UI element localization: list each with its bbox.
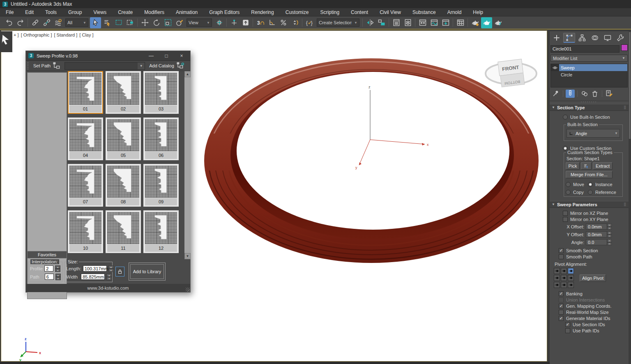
schematic-view-icon[interactable]	[440, 17, 451, 28]
profile-thumbnail-11[interactable]: 11	[106, 210, 141, 253]
sweep-parameters-rollout-header[interactable]: ▼ Sweep Parameters ⣿	[550, 201, 629, 208]
pivot-cell-0[interactable]	[554, 268, 560, 274]
bind-to-space-warp-icon[interactable]	[53, 17, 64, 28]
smooth-path-checkbox[interactable]	[559, 254, 564, 259]
render-production-icon[interactable]	[493, 17, 504, 28]
window-crossing-toggle-icon[interactable]	[124, 17, 136, 28]
mirror-xz-checkbox[interactable]	[563, 211, 568, 216]
generate-material-ids-checkbox[interactable]: ✓	[559, 316, 564, 321]
move-radio[interactable]	[566, 182, 571, 187]
create-tab[interactable]	[550, 33, 562, 43]
chevron-down-icon[interactable]: ▼	[207, 21, 210, 25]
menu-edit[interactable]: Edit	[19, 9, 39, 16]
merge-from-file-button[interactable]: Merge From File...	[566, 171, 613, 178]
object-color-swatch[interactable]	[621, 44, 628, 51]
mirror-icon[interactable]	[364, 17, 375, 28]
select-and-move-icon[interactable]	[139, 17, 150, 28]
select-object-icon[interactable]	[90, 17, 101, 28]
instance-radio[interactable]	[588, 182, 593, 187]
profile-thumbnail-12[interactable]: 12	[143, 210, 179, 253]
add-catalog-button[interactable]: Add Catalog	[147, 60, 186, 71]
edit-named-selection-sets-icon[interactable]: {}	[304, 17, 315, 28]
select-and-link-icon[interactable]	[30, 17, 41, 28]
pivot-cell-6[interactable]	[554, 282, 560, 288]
sweep-profile-dialog[interactable]: 3 Sweep Profile v.0.98 — □ × Set Path ▼ …	[25, 51, 191, 293]
set-path-button[interactable]: Set Path	[31, 60, 62, 71]
percent-snap-icon[interactable]	[278, 17, 289, 28]
display-tab[interactable]	[601, 33, 613, 43]
undo-icon[interactable]	[3, 17, 14, 28]
dialog-title-bar[interactable]: 3 Sweep Profile v.0.98 — □ ×	[26, 51, 190, 61]
select-and-rotate-icon[interactable]	[151, 17, 162, 28]
minimize-button[interactable]: —	[145, 52, 157, 60]
profile-steps-field[interactable]: 2	[44, 265, 53, 272]
select-and-place-icon[interactable]	[174, 17, 185, 28]
configure-modifier-sets-icon[interactable]	[605, 90, 614, 98]
unlink-selection-icon[interactable]	[41, 17, 52, 28]
path-steps-field[interactable]: 6	[45, 274, 54, 280]
render-setup-icon[interactable]	[470, 17, 481, 28]
use-built-in-radio[interactable]	[563, 115, 568, 120]
select-and-scale-icon[interactable]	[162, 17, 173, 28]
align-pivot-button[interactable]: Align Pivot	[580, 274, 606, 282]
favorites-button[interactable]: Favorites	[27, 251, 67, 258]
x-offset-spinner[interactable]: ▲▼	[607, 223, 612, 230]
menu-help[interactable]: Help	[467, 9, 489, 16]
smooth-section-checkbox[interactable]: ✓	[559, 248, 564, 253]
lock-aspect-button[interactable]	[115, 267, 124, 276]
spinner-snap-icon[interactable]	[289, 17, 300, 28]
chevron-down-icon[interactable]: ▼	[83, 21, 86, 25]
show-end-result-icon[interactable]	[566, 90, 575, 98]
pivot-cell-8[interactable]	[568, 282, 574, 288]
menu-modifiers[interactable]: Modifiers	[138, 9, 170, 16]
angle-field[interactable]: 0.0	[586, 239, 607, 245]
length-spinner[interactable]: ▲▼	[108, 265, 114, 272]
width-spinner[interactable]: ▲▼	[106, 274, 112, 280]
maximize-button[interactable]: □	[160, 52, 173, 60]
pick-button[interactable]: Pick	[566, 162, 580, 170]
width-field[interactable]: 85.825mm	[81, 274, 105, 280]
use-pivot-point-icon[interactable]	[214, 17, 225, 28]
angle-snap-icon[interactable]	[266, 17, 277, 28]
menu-content[interactable]: Content	[345, 9, 374, 16]
profile-thumbnail-08[interactable]: 08	[106, 164, 141, 207]
reference-coordinate-system-dropdown[interactable]: View▼	[187, 18, 212, 27]
menu-customize[interactable]: Customize	[280, 9, 315, 16]
menu-group[interactable]: Group	[62, 9, 88, 16]
profile-thumbnail-06[interactable]: 06	[143, 117, 179, 160]
menu-graph-editors[interactable]: Graph Editors	[203, 9, 245, 16]
menu-animation[interactable]: Animation	[170, 9, 203, 16]
named-selection-sets-dropdown[interactable]: Create Selection Se▼	[317, 18, 359, 27]
use-section-ids-checkbox[interactable]: ✓	[565, 322, 570, 327]
chevron-down-icon[interactable]: ▼	[138, 62, 145, 69]
rendered-frame-window-icon[interactable]	[481, 17, 492, 28]
swept-ring-object[interactable]	[204, 58, 539, 263]
modifier-list-dropdown[interactable]: Modifier List ▼	[550, 55, 628, 62]
profile-thumbnail-02[interactable]: 02	[106, 71, 141, 114]
angle-spinner[interactable]: ▲▼	[607, 239, 612, 245]
stack-item-sweep[interactable]: Sweep	[551, 64, 627, 71]
pick-by-name-button[interactable]	[581, 162, 592, 170]
pivot-cell-7[interactable]	[561, 282, 567, 288]
selection-filter-dropdown[interactable]: All▼	[65, 18, 88, 27]
menu-tools[interactable]: Tools	[39, 9, 62, 16]
pivot-cell-2[interactable]	[568, 268, 574, 274]
select-by-name-icon[interactable]	[101, 17, 113, 28]
menu-create[interactable]: Create	[112, 9, 138, 16]
keyboard-shortcut-override-icon[interactable]	[240, 17, 251, 28]
use-path-ids-checkbox[interactable]	[565, 328, 570, 333]
profile-steps-spinner[interactable]: ▲▼	[55, 265, 60, 272]
y-offset-field[interactable]: 0.0mm	[586, 231, 607, 237]
profile-thumbnail-03[interactable]: 03	[143, 71, 179, 114]
banking-checkbox[interactable]: ✓	[559, 291, 564, 296]
remove-modifier-icon[interactable]	[590, 90, 599, 98]
align-icon[interactable]	[376, 17, 387, 28]
profile-grid-scrollbar[interactable]: ▲ ▼	[184, 71, 191, 259]
pivot-cell-3[interactable]	[554, 275, 560, 281]
y-offset-spinner[interactable]: ▲▼	[607, 231, 612, 237]
snaps-toggle-3d-icon[interactable]: 3	[255, 17, 266, 28]
select-and-manipulate-icon[interactable]	[228, 17, 240, 28]
profile-thumbnail-10[interactable]: 10	[68, 210, 103, 253]
view-cube[interactable]: FRONT BOTTOM	[486, 59, 537, 88]
built-in-section-dropdown[interactable]: Angle ▼	[567, 129, 620, 138]
